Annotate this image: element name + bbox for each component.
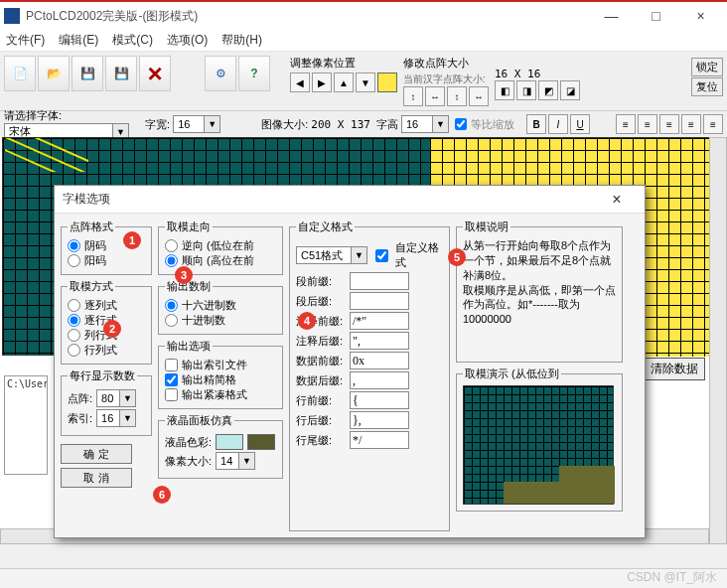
change-matrix-label: 修改点阵大小 bbox=[403, 56, 489, 71]
chevron-down-icon[interactable]: ▼ bbox=[352, 246, 367, 264]
explain-group: 取模说明 从第一行开始向每取8个点作为一个节，如果最后不足8个点就补满8位。 取… bbox=[456, 220, 623, 363]
char-width-value[interactable]: 16 bbox=[173, 115, 205, 133]
shift-up-icon[interactable]: ▲ bbox=[334, 73, 354, 92]
align-e-icon[interactable]: ≡ bbox=[703, 114, 723, 134]
comment-suffix-input[interactable] bbox=[350, 332, 409, 350]
reset-button[interactable]: 复位 bbox=[691, 77, 723, 96]
toolbar-settings-icon[interactable]: ⚙ bbox=[205, 56, 236, 91]
toolbar-save2-icon[interactable]: 💾 bbox=[105, 56, 137, 91]
chk-compact1[interactable] bbox=[165, 373, 178, 386]
chevron-down-icon[interactable]: ▼ bbox=[120, 409, 136, 427]
toolbar-help-icon[interactable]: ? bbox=[238, 56, 270, 91]
menubar: 文件(F) 编辑(E) 模式(C) 选项(O) 帮助(H) bbox=[0, 30, 727, 52]
radio-hex[interactable] bbox=[165, 299, 178, 312]
cancel-button[interactable]: 取 消 bbox=[61, 468, 132, 488]
font-prompt: 请选择字体: bbox=[4, 108, 129, 123]
align-right-icon[interactable]: ≡ bbox=[659, 114, 679, 134]
demo-preview bbox=[463, 385, 614, 505]
menu-help[interactable]: 帮助(H) bbox=[221, 32, 262, 49]
matrix-c-icon[interactable]: ↕ bbox=[447, 86, 467, 106]
menu-file[interactable]: 文件(F) bbox=[6, 32, 45, 49]
data-suffix-input[interactable] bbox=[350, 371, 409, 389]
output-opts-group: 输出选项 输出索引文件 输出精简格 输出紧凑格式 bbox=[158, 339, 283, 409]
align-left-icon[interactable]: ≡ bbox=[616, 114, 636, 134]
align-d-icon[interactable]: ≡ bbox=[681, 114, 701, 134]
line-suffix-input[interactable] bbox=[350, 411, 409, 429]
seg-prefix-input[interactable] bbox=[350, 272, 409, 290]
fetch-dir-legend: 取模走向 bbox=[165, 220, 213, 234]
fetch-dir-group: 取模走向 逆向 (低位在前 顺向 (高位在前 bbox=[158, 220, 283, 275]
toolbar-new-icon[interactable]: 📄 bbox=[4, 56, 36, 91]
radio-yangcode[interactable] bbox=[68, 254, 80, 267]
size-a-icon[interactable]: ◧ bbox=[495, 80, 514, 100]
shift-right-icon[interactable]: ▶ bbox=[312, 73, 332, 92]
color-swatch[interactable] bbox=[377, 73, 397, 92]
menu-mode[interactable]: 模式(C) bbox=[112, 32, 153, 49]
font-row: 请选择字体: 宋体 ▼ 字宽: 16▼ 图像大小: 200 X 137 字高 1… bbox=[0, 111, 727, 137]
underline-button[interactable]: U bbox=[570, 114, 590, 134]
chk-custom-format[interactable] bbox=[375, 249, 388, 262]
matrix-a-icon[interactable]: ↕ bbox=[403, 86, 423, 106]
chk-compact2[interactable] bbox=[165, 388, 178, 401]
explain-text: 从第一行开始向每取8个点作为一个节，如果最后不足8个点就补满8位。 取模顺序是从… bbox=[463, 238, 616, 356]
dialog-close-button[interactable]: × bbox=[597, 191, 637, 209]
matrix-b-icon[interactable]: ↔ bbox=[425, 86, 445, 106]
chevron-down-icon[interactable]: ▼ bbox=[239, 452, 255, 470]
custom-format-legend: 自定义格式 bbox=[296, 220, 355, 234]
radio-yincode[interactable] bbox=[68, 239, 80, 252]
lcd-color-dark[interactable] bbox=[247, 434, 275, 450]
adjust-pixel-label: 调整像素位置 bbox=[290, 56, 397, 71]
keep-ratio-checkbox[interactable] bbox=[455, 118, 467, 130]
chevron-down-icon[interactable]: ▼ bbox=[433, 115, 449, 133]
preset-select[interactable]: C51格式 bbox=[296, 246, 352, 264]
chevron-down-icon[interactable]: ▼ bbox=[120, 389, 136, 407]
annotation-3: 3 bbox=[175, 266, 193, 284]
chevron-down-icon[interactable]: ▼ bbox=[205, 115, 220, 133]
close-button[interactable]: × bbox=[678, 2, 723, 30]
menu-options[interactable]: 选项(O) bbox=[167, 32, 208, 49]
vertical-scrollbar[interactable] bbox=[709, 137, 727, 544]
radio-colrow[interactable] bbox=[68, 329, 80, 342]
char-height-value[interactable]: 16 bbox=[401, 115, 433, 133]
toolbar-open-icon[interactable]: 📂 bbox=[38, 56, 70, 91]
tail-suffix-input[interactable] bbox=[350, 431, 409, 449]
demo-legend: 取模演示 (从低位到 bbox=[463, 367, 561, 381]
shift-down-icon[interactable]: ▼ bbox=[356, 73, 375, 92]
toolbar-save-icon[interactable]: 💾 bbox=[72, 56, 103, 91]
size-b-icon[interactable]: ◨ bbox=[516, 80, 536, 100]
radio-forward[interactable] bbox=[165, 254, 178, 267]
index-count-value[interactable]: 16 bbox=[96, 409, 120, 427]
line-prefix-input[interactable] bbox=[350, 391, 409, 409]
clear-data-button[interactable]: 清除数据 bbox=[644, 358, 705, 380]
data-prefix-input[interactable] bbox=[350, 352, 409, 369]
keep-ratio-label: 等比缩放 bbox=[471, 117, 514, 132]
lcd-color-light[interactable] bbox=[216, 434, 243, 450]
radio-dec[interactable] bbox=[165, 314, 178, 327]
seg-suffix-input[interactable] bbox=[350, 292, 409, 310]
ok-button[interactable]: 确 定 bbox=[61, 444, 132, 464]
menu-edit[interactable]: 编辑(E) bbox=[59, 32, 98, 49]
comment-prefix-input[interactable] bbox=[350, 312, 409, 330]
radio-rowcol[interactable] bbox=[68, 344, 80, 357]
radio-col[interactable] bbox=[68, 299, 80, 312]
size-c-icon[interactable]: ◩ bbox=[538, 80, 558, 100]
current-matrix-label: 当前汉字点阵大小: bbox=[403, 73, 489, 86]
shift-left-icon[interactable]: ◀ bbox=[290, 73, 310, 92]
matrix-size-value: 16 X 16 bbox=[495, 68, 580, 80]
toolbar-delete-icon[interactable]: × bbox=[139, 56, 171, 91]
rows-per-line-legend: 每行显示数数 bbox=[68, 368, 137, 383]
size-d-icon[interactable]: ◪ bbox=[560, 80, 580, 100]
align-center-icon[interactable]: ≡ bbox=[638, 114, 657, 134]
lock-button[interactable]: 锁定 bbox=[691, 58, 723, 76]
annotation-6: 6 bbox=[153, 486, 171, 504]
radio-reverse[interactable] bbox=[165, 239, 178, 252]
radio-row[interactable] bbox=[68, 314, 80, 327]
pixel-size-value[interactable]: 14 bbox=[216, 452, 239, 470]
italic-button[interactable]: I bbox=[548, 114, 568, 134]
minimize-button[interactable]: — bbox=[589, 2, 634, 30]
maximize-button[interactable]: □ bbox=[634, 2, 678, 30]
chk-index[interactable] bbox=[165, 359, 178, 371]
matrix-d-icon[interactable]: ↔ bbox=[469, 86, 489, 106]
dot-count-value[interactable]: 80 bbox=[96, 389, 120, 407]
bold-button[interactable]: B bbox=[526, 114, 546, 134]
